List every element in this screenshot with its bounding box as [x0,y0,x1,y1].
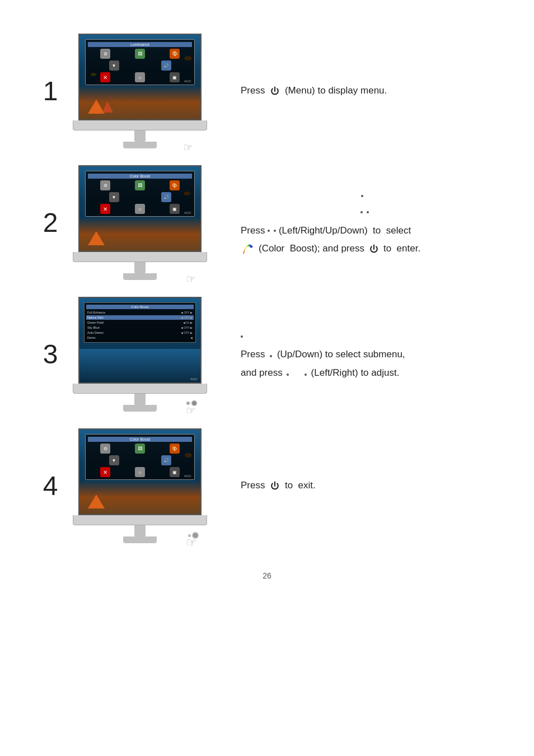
step-2-dots-above [224,188,500,221]
step-3-pointer: ☞ [186,404,196,417]
step-4-number: 4 [34,470,67,501]
step-2-nav-dots [268,230,276,232]
step-3-screen: Color Boost Full Enhance ◀ OFF ▶ Nature … [78,297,202,384]
step-2-power-icon [368,244,380,255]
step-1-number: 1 [34,76,67,106]
submenu-nature-skin: Nature Skin ◀ OFF ▶ [86,315,194,320]
step-4-description: Press to exit. [235,478,500,494]
step-2-monitor: Color Boost ⚙ 🖼 🎨 ▼ 🔊 ✕ [73,165,213,280]
step-3-number: 3 [34,339,67,370]
step-2-row: 2 Color Boost ⚙ 🖼 🎨 [34,165,500,280]
submenu-full-enhance: Full Enhance ◀ OFF ▶ [86,310,194,315]
step-4-text: Press to exit. [241,480,316,491]
step-4-power-icon [269,480,280,492]
step-1-power-icon [269,86,280,97]
submenu-demo: Demo ◀ [86,335,194,340]
step-3-line1: Press (Up/Down) to select submenu, [241,347,500,363]
step-3-monitor: Color Boost Full Enhance ◀ OFF ▶ Nature … [73,297,213,412]
step-1-description: Press (Menu) to display menu. [235,83,500,99]
step-3-dot-above [241,327,500,343]
step-1-row: 1 Luminance ⚙ 🖼 [34,34,500,148]
step-2-description: Press (Left/Right/Up/Down) to select [235,188,500,258]
step-2-pointer: ☞ [186,272,196,286]
step-4-pointer: ☞ [186,535,197,550]
step-3-line2: and press (Left/Right) to adjust. [241,365,500,381]
step-1-pointer: ☞ [183,141,193,154]
step-4-row: 4 Color Boost ⚙ 🖼 🎨 [34,428,500,543]
step-2-line2: (Color Boost); and press to enter. [241,241,500,257]
color-boost-icon [241,241,256,257]
submenu-green-field: Green Field ◀ On ▶ [86,320,194,325]
step-3-description: Press (Up/Down) to select submenu, and p… [235,327,500,381]
submenu-auto-detect: Auto Detect ◀ OFF ▶ [86,330,194,335]
step-1-text: Press (Menu) to display menu. [241,85,387,96]
step-4-screen: Color Boost ⚙ 🖼 🎨 ▼ 🔊 ✕ [78,428,202,515]
submenu-sky-blue: Sky Blue ◀ OFF ▶ [86,325,194,330]
page-number: 26 [34,571,500,580]
step-2-line1: Press (Left/Right/Up/Down) to select [241,223,500,239]
step-3-row: 3 Color Boost Full Enhance ◀ OFF ▶ [34,297,500,412]
page-container: 1 Luminance ⚙ 🖼 [0,0,534,603]
step-1-screen: Luminance ⚙ 🖼 🎨 ▼ 🔊 ✕ [78,34,202,120]
step-2-number: 2 [34,207,67,238]
step-4-monitor: Color Boost ⚙ 🖼 🎨 ▼ 🔊 ✕ [73,428,213,543]
step-2-screen: Color Boost ⚙ 🖼 🎨 ▼ 🔊 ✕ [78,165,202,252]
step-1-monitor: Luminance ⚙ 🖼 🎨 ▼ 🔊 ✕ [73,34,213,148]
